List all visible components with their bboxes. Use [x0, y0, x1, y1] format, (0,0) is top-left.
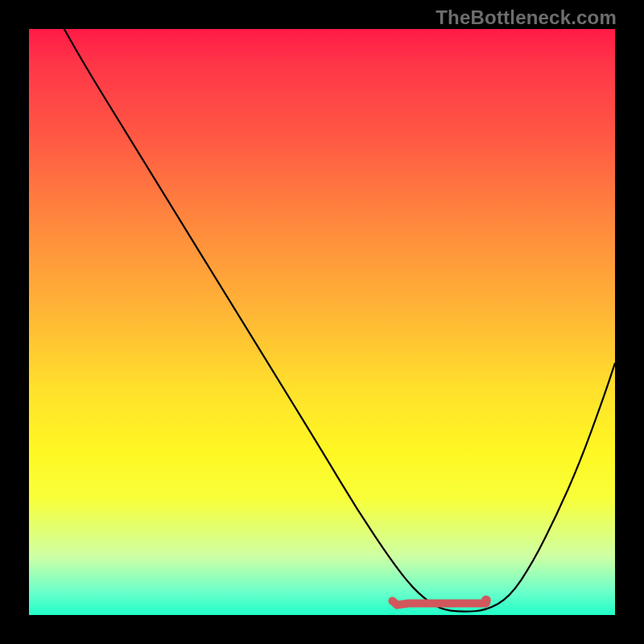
- chart-frame: TheBottleneck.com: [0, 0, 644, 644]
- plot-area: [29, 29, 615, 615]
- watermark-text: TheBottleneck.com: [436, 6, 617, 29]
- optimal-range-marker: [392, 601, 485, 605]
- chart-svg: [29, 29, 615, 615]
- bottleneck-curve: [64, 29, 615, 612]
- optimal-point-marker: [481, 596, 491, 605]
